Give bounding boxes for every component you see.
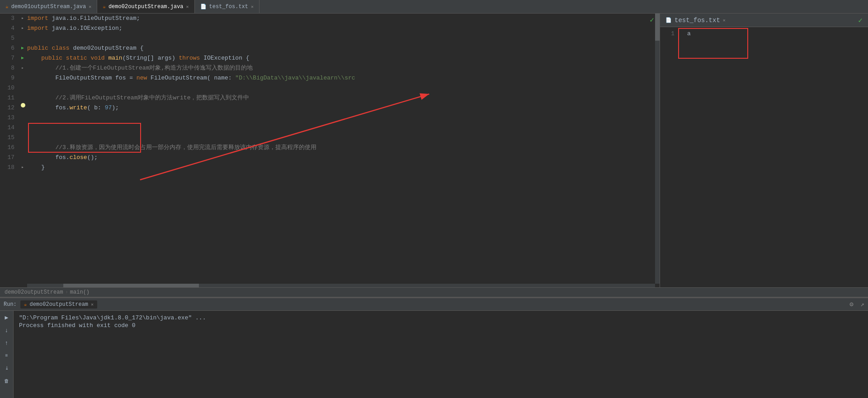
line-content-18: }: [27, 163, 660, 173]
tab-label: test_fos.txt: [209, 4, 248, 10]
code-line-3: 3 ▸ import java.io.FileOutputStream;: [0, 14, 660, 23]
code-line-15: 15: [0, 133, 660, 143]
gutter-3: ▸: [18, 14, 27, 23]
code-line-12: 12 fos.write( b: 97);: [0, 103, 660, 113]
line-num-16: 16: [0, 143, 18, 153]
code-line-18: 18 ▸ }: [0, 163, 660, 173]
run-scroll-down-btn[interactable]: ↓: [2, 325, 12, 335]
gutter-12: [18, 103, 27, 108]
fold-icon-7: ▸: [21, 63, 24, 73]
line-content-9: FileOutputStream fos = new FileOutputStr…: [27, 73, 660, 83]
run-panel-header: Run: ☕ demo02outputStream ✕ ⚙ ↗: [0, 298, 868, 311]
run-tab-java-icon: ☕: [24, 301, 27, 307]
line-num-13: 13: [0, 113, 18, 123]
code-line-14: 14: [0, 123, 660, 133]
code-line-6: 6 ▶ public class demo02outputStream {: [0, 43, 660, 53]
horiz-scrollbar-thumb[interactable]: [63, 284, 199, 287]
run-output-line-1: "D:\Program Files\Java\jdk1.8.0_172\bin\…: [19, 314, 863, 321]
code-line-4: 4 ▸ import java.io.IOException;: [0, 23, 660, 33]
line-num-10: 10: [0, 83, 18, 93]
fold-icon-3: ▸: [21, 14, 24, 23]
run-wrap-btn[interactable]: ≡: [2, 351, 12, 361]
expand-icon[interactable]: ↗: [861, 300, 864, 308]
line-content-17: fos.close();: [27, 153, 660, 163]
vert-scrollbar-thumb[interactable]: [655, 14, 660, 41]
line-num-11: 11: [0, 93, 18, 103]
tab-label: demo02outputStream.java: [108, 4, 184, 10]
tab-close-demo02[interactable]: ✕: [186, 4, 189, 9]
right-code-area: 1 a: [660, 27, 868, 39]
tab-bar: ☕ demo01outputStream.java ✕ ☕ demo02outp…: [0, 0, 868, 14]
code-line-16: 16 //3.释放资源，因为使用流时会占用一部分内存，使用完流后需要释放该内存资…: [0, 143, 660, 153]
code-line-9: 9 FileOutputStream fos = new FileOutputS…: [0, 73, 660, 83]
line-num-6: 6: [0, 43, 18, 53]
run-scroll-up-btn[interactable]: ↑: [2, 338, 12, 348]
right-line-num-1: 1: [660, 29, 678, 39]
run-tab-demo02[interactable]: ☕ demo02outputStream ✕: [20, 300, 97, 309]
right-tab-label: test_fos.txt: [675, 17, 720, 24]
editor-left[interactable]: ✓ 3 ▸ import java.io.FileOutputStream; 4…: [0, 14, 660, 287]
java-icon: ☕: [5, 4, 9, 9]
code-line-13: 13: [0, 113, 660, 123]
right-line-1: 1 a: [660, 29, 868, 39]
horiz-scrollbar[interactable]: [27, 284, 655, 287]
breakpoint-dot: [21, 103, 25, 108]
run-label: Run:: [4, 301, 17, 308]
line-num-14: 14: [0, 123, 18, 133]
tab-label: demo01outputStream.java: [11, 4, 86, 10]
run-icon-6[interactable]: ▶: [21, 43, 24, 53]
code-line-8: 8 //1.创建一个FiLeOutputStream对象,构造方法中传逸写入数据…: [0, 63, 660, 73]
tab-demo02[interactable]: ☕ demo02outputStream.java ✕: [97, 0, 194, 13]
line-content-3: import java.io.FileOutputStream;: [27, 14, 660, 23]
code-line-7: 7 ▶▸ public static void main(String[] ar…: [0, 53, 660, 63]
tab-test-fos[interactable]: 📄 test_fos.txt ✕: [195, 0, 259, 13]
line-content-8: //1.创建一个FiLeOutputStream对象,构造方法中传逸写入数据的目…: [27, 63, 660, 73]
line-content-16: //3.释放资源，因为使用流时会占用一部分内存，使用完流后需要释放该内存资源，提…: [27, 143, 660, 153]
settings-icon[interactable]: ⚙: [849, 300, 853, 308]
editor-right: 📄 test_fos.txt ✕ ✓ 1 a: [660, 14, 868, 287]
line-num-8: 8: [0, 63, 18, 73]
txt-icon: 📄: [200, 4, 207, 9]
tab-close-demo01[interactable]: ✕: [89, 4, 91, 9]
right-tab-bar: 📄 test_fos.txt ✕ ✓: [660, 14, 868, 27]
run-tab-label: demo02outputStream: [29, 301, 88, 308]
gutter-6: ▶: [18, 43, 27, 53]
fold-icon-18: ▸: [21, 163, 24, 173]
run-content: ▶ ↓ ↑ ≡ ⤓ 🗑 "D:\Program Files\Java\jdk1.…: [0, 311, 868, 398]
vert-scrollbar[interactable]: [655, 14, 660, 284]
run-output-line-3: Process finished with exit code 0: [19, 322, 863, 329]
right-line-content-1: a: [687, 29, 868, 39]
run-clear-btn[interactable]: 🗑: [2, 376, 12, 386]
tab-demo01[interactable]: ☕ demo01outputStream.java ✕: [0, 0, 97, 13]
run-output: "D:\Program Files\Java\jdk1.8.0_172\bin\…: [14, 311, 868, 398]
gutter-18: ▸: [18, 163, 27, 173]
line-num-3: 3: [0, 14, 18, 23]
fold-icon-4: ▸: [21, 23, 24, 33]
breadcrumb-class: demo02outputStream: [5, 289, 63, 295]
code-line-10: 10: [0, 83, 660, 93]
right-tab-close[interactable]: ✕: [723, 18, 726, 23]
run-tab-close[interactable]: ✕: [91, 302, 94, 307]
tab-close-test-fos[interactable]: ✕: [251, 4, 254, 9]
code-line-17: 17 fos.close();: [0, 153, 660, 163]
line-num-4: 4: [0, 23, 18, 33]
gutter-4: ▸: [18, 23, 27, 33]
line-num-12: 12: [0, 103, 18, 113]
line-content-7: public static void main(String[] args) t…: [27, 53, 660, 63]
code-line-5: 5: [0, 33, 660, 43]
line-num-7: 7: [0, 53, 18, 63]
line-content-4: import java.io.IOException;: [27, 23, 660, 33]
editor-container: ✓ 3 ▸ import java.io.FileOutputStream; 4…: [0, 14, 868, 287]
code-area: 3 ▸ import java.io.FileOutputStream; 4 ▸…: [0, 14, 660, 173]
txt-icon-right: 📄: [665, 17, 672, 23]
run-play-btn[interactable]: ▶: [2, 313, 12, 323]
run-icon-7[interactable]: ▶: [21, 53, 24, 63]
run-panel: Run: ☕ demo02outputStream ✕ ⚙ ↗ ▶ ↓ ↑ ≡ …: [0, 297, 868, 398]
gutter-7: ▶▸: [18, 53, 27, 73]
breadcrumb-sep: ›: [65, 289, 68, 295]
code-line-11: 11 //2.调用FiLeOutputStream对象中的方法write，把数据…: [0, 93, 660, 103]
run-sidebar: ▶ ↓ ↑ ≡ ⤓ 🗑: [0, 311, 14, 398]
run-pin-btn[interactable]: ⤓: [2, 363, 12, 373]
line-content-11: //2.调用FiLeOutputStream对象中的方法write，把数据写入到…: [27, 93, 660, 103]
line-content-6: public class demo02outputStream {: [27, 43, 660, 53]
